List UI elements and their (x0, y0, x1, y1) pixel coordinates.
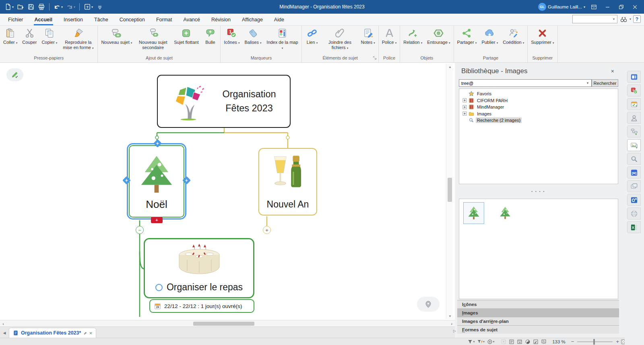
topic-repas-date[interactable]: 24 22/12 - 22/12 : 1 jour(s) ouvré(s) (149, 299, 254, 313)
ribbon-button-sujet-flottant[interactable]: Sujet flottant (171, 27, 201, 45)
image-result-1[interactable] (463, 202, 484, 224)
rail-task-info-button[interactable] (627, 98, 641, 110)
map-canvas[interactable]: Organisation Fêtes 2023 Noë (0, 63, 455, 320)
rail-icon-markers-button[interactable]: 1 (627, 84, 641, 97)
collapse-branch-button[interactable]: − (136, 226, 144, 234)
ribbon-button-notes[interactable]: Notes ▾ (358, 27, 377, 45)
rail-library-button[interactable] (627, 71, 641, 83)
ribbon-button-index-de-la-map[interactable]: Index de la map ▾ (264, 27, 301, 51)
tab-close-icon[interactable]: × (89, 330, 93, 336)
scroll-left-arrow[interactable]: ‹ (0, 320, 6, 327)
ribbon-display-button[interactable] (587, 1, 601, 13)
tab-tâche[interactable]: Tâche (89, 14, 114, 25)
icon-view-button[interactable] (525, 339, 530, 345)
presentation-view-button[interactable] (541, 339, 547, 345)
rail-search-button[interactable] (627, 153, 641, 165)
save-button[interactable] (26, 2, 36, 11)
redo-button[interactable]: ▾ (65, 2, 76, 11)
rail-excel-button[interactable]: X (627, 221, 641, 233)
zoom-slider[interactable] (577, 341, 613, 342)
panel-splitter[interactable]: ▪ ▪ ▪ ▪ (457, 184, 619, 199)
rail-map-parts-button[interactable] (627, 125, 641, 138)
library-search-input[interactable] (459, 79, 592, 87)
ribbon-button-nouveau-sujet-secondaire[interactable]: Nouveau sujet secondaire (134, 27, 171, 51)
location-pin-button[interactable] (417, 297, 440, 312)
tab-popout-icon[interactable]: ⬈ (83, 331, 87, 335)
search-combo-caret[interactable]: ▾ (613, 17, 615, 21)
tab-conception[interactable]: Conception (114, 14, 151, 25)
ribbon-button-lien[interactable]: Lien ▾ (303, 27, 321, 45)
edit-mode-indicator[interactable] (6, 68, 23, 81)
outline-view-button[interactable] (509, 339, 514, 345)
undo-button[interactable]: ▾ (52, 2, 64, 11)
open-file-button[interactable] (16, 2, 25, 11)
help-button[interactable]: ?▾ (83, 2, 94, 11)
ribbon-button-partager[interactable]: Partager ▾ (455, 27, 479, 45)
ribbon-button-supprimer[interactable]: Supprimer ▾ (528, 27, 556, 45)
zoom-in-button[interactable]: + (616, 339, 619, 344)
schedule-view-button[interactable]: 24 (517, 339, 522, 345)
expand-branch-button[interactable]: + (263, 226, 271, 234)
tag-view-button[interactable] (533, 339, 539, 345)
quick-add-button[interactable]: ▾ (487, 339, 495, 345)
tab-insertion[interactable]: Insertion (58, 14, 89, 25)
filter-button[interactable]: ▾ (467, 339, 475, 345)
ribbon-button-coller[interactable]: Coller ▾ (1, 27, 20, 45)
ribbon-button-nouveau-sujet[interactable]: Nouveau sujet ▾ (99, 27, 134, 45)
binoculars-icon[interactable] (620, 15, 627, 23)
user-menu-caret[interactable]: ▾ (584, 5, 585, 9)
tab-affichage[interactable]: Affichage (236, 14, 268, 25)
rail-web-button[interactable] (627, 207, 641, 220)
topic-repas[interactable]: Organiser le repas (144, 238, 254, 298)
section-images[interactable]: Images (457, 308, 619, 317)
close-button[interactable] (628, 1, 642, 13)
minimize-button[interactable] (601, 1, 614, 13)
vertical-scrollbar[interactable]: ▲ ▼ (446, 64, 453, 319)
dialog-launcher-icon[interactable] (373, 56, 377, 60)
print-button[interactable] (37, 2, 46, 11)
horizontal-scrollbar[interactable]: ‹ › (0, 320, 455, 327)
topic-noel-selection[interactable]: Noël + + + + (127, 143, 186, 220)
rail-browser-windows-button[interactable] (627, 180, 641, 192)
ribbon-button-relation[interactable]: Relation ▾ (401, 27, 425, 45)
tab-aide[interactable]: Aide (268, 14, 290, 25)
customize-quick-access-button[interactable] (95, 2, 105, 11)
zoom-out-button[interactable]: − (571, 339, 574, 344)
ribbon-button-joindre-des-fichiers[interactable]: Joindre des fichiers ▾ (321, 27, 358, 51)
avatar[interactable]: GL (538, 3, 546, 11)
ribbon-button-balises[interactable]: Balises ▾ (242, 27, 264, 45)
section-images-d-arri-re-plan[interactable]: Images d'arrière-plan (457, 317, 619, 325)
tree-item-favoris[interactable]: Favoris (459, 90, 618, 97)
rail-image-library-button[interactable] (627, 139, 641, 151)
add-marker-badge[interactable]: + (151, 217, 163, 223)
section-formes-de-sujet[interactable]: Formes de sujet (457, 325, 619, 334)
tab-fichier[interactable]: Fichier (2, 14, 29, 25)
tree-item-ciform-parh[interactable]: CIFORM PARH (459, 97, 618, 104)
help-button[interactable]: ? (633, 15, 641, 23)
tab-scroll-left[interactable]: ◀ (0, 328, 9, 338)
ribbon-button-police[interactable]: Police ▾ (380, 27, 399, 45)
scroll-right-arrow[interactable]: › (448, 320, 455, 327)
ribbon-button-bulle[interactable]: Bulle (201, 27, 219, 45)
rail-resources-button[interactable] (627, 112, 641, 124)
horizontal-scroll-thumb[interactable] (193, 322, 254, 326)
expand-icon[interactable] (462, 98, 467, 103)
ribbon-button-icônes[interactable]: 1 Icônes ▾ (221, 27, 242, 45)
tab-format[interactable]: Format (151, 14, 178, 25)
zoom-slider-handle[interactable] (593, 339, 595, 345)
user-name[interactable]: Guillaume Laill... (548, 4, 582, 9)
topic-noel[interactable]: Noël (129, 145, 184, 218)
rail-snap-button[interactable]: [M] (627, 166, 641, 179)
image-result-2[interactable] (497, 205, 513, 222)
tab-révision[interactable]: Révision (206, 14, 236, 25)
document-tab[interactable]: Organisation Fêtes 2023* ⬈ × (9, 328, 96, 338)
panel-close-icon[interactable]: × (609, 68, 616, 74)
vertical-scroll-thumb[interactable] (448, 178, 452, 202)
expand-icon[interactable] (462, 111, 467, 116)
ribbon-button-publier[interactable]: Publier ▾ (479, 27, 500, 45)
section-ic-nes[interactable]: Icônes (457, 300, 619, 308)
tab-accueil[interactable]: Accueil (29, 14, 58, 25)
ribbon-button-couper[interactable]: Couper (20, 27, 39, 45)
panel-expander-icon[interactable]: ▷ (453, 329, 456, 333)
tree-item-images[interactable]: Images (459, 111, 618, 117)
